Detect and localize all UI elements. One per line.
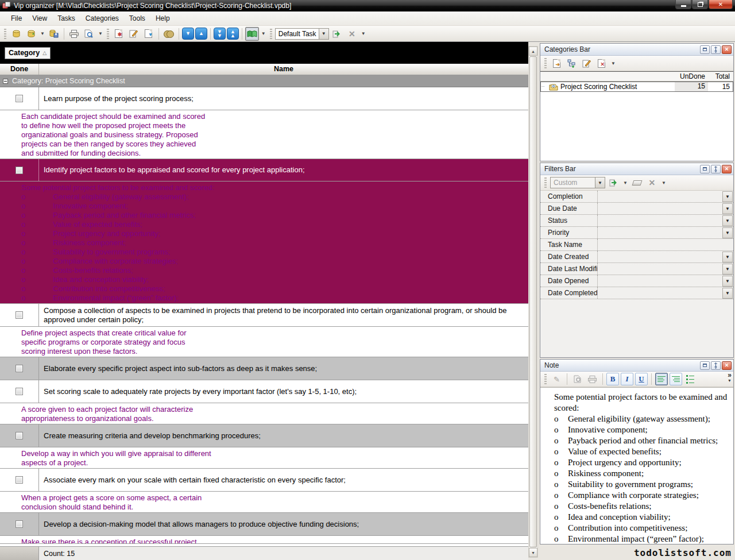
menu-view[interactable]: View xyxy=(27,12,52,25)
filter-value[interactable] xyxy=(598,203,722,214)
filter-dropdown-button[interactable]: ▼ xyxy=(722,203,733,214)
category-group-row[interactable]: Category: Project Scoring Checklist xyxy=(0,75,528,87)
grid-vertical-scrollbar[interactable]: ▲ ▼ xyxy=(528,46,538,558)
task-row[interactable]: Develop a decision-making model that all… xyxy=(0,513,528,536)
categories-restore-button[interactable] xyxy=(700,45,710,54)
filter-dropdown-button[interactable]: ▼ xyxy=(722,227,733,238)
filters-pin-button[interactable] xyxy=(711,165,721,173)
filter-value[interactable] xyxy=(598,215,722,226)
task-row[interactable]: Associate every mark on your scale with … xyxy=(0,469,528,492)
save-database-button[interactable] xyxy=(47,27,61,41)
task-row[interactable]: Learn purpose of the project scoring pro… xyxy=(0,87,528,110)
close-button[interactable]: ✕ xyxy=(709,0,733,9)
note-row[interactable]: When a project gets a score on some aspe… xyxy=(0,492,528,513)
note-row[interactable]: A score given to each project factor wil… xyxy=(0,403,528,424)
new-subcategory-button[interactable] xyxy=(565,57,578,69)
task-checkbox[interactable] xyxy=(16,95,23,102)
delete-category-button[interactable]: ✕ xyxy=(595,57,608,69)
print-button[interactable] xyxy=(67,27,81,41)
move-top-button[interactable]: ▲▲ xyxy=(227,28,239,40)
align-right-button[interactable] xyxy=(670,373,682,385)
task-row[interactable]: Set scoring scale to adequately rate pro… xyxy=(0,380,528,403)
scroll-thumb[interactable] xyxy=(529,56,537,547)
filter-dropdown-button[interactable]: ▼ xyxy=(722,215,733,226)
align-left-button[interactable] xyxy=(655,373,668,385)
task-row[interactable]: Elaborate every specific project aspect … xyxy=(0,357,528,380)
note-restore-button[interactable] xyxy=(700,361,710,370)
notes-view-dropdown[interactable]: ▼ xyxy=(260,31,267,36)
filter-value[interactable] xyxy=(598,287,722,299)
move-up-button[interactable]: ▲ xyxy=(195,28,207,40)
filter-value[interactable] xyxy=(598,263,722,275)
column-header-name[interactable]: Name xyxy=(39,64,528,75)
filter-dropdown-button[interactable]: ▼ xyxy=(722,276,733,287)
task-checkbox[interactable] xyxy=(16,476,23,484)
delete-template-button[interactable]: ✕ xyxy=(345,27,359,41)
move-down-button[interactable]: ▼ xyxy=(182,28,194,40)
filter-value[interactable] xyxy=(598,275,722,287)
new-task-button[interactable]: ✱ xyxy=(112,27,126,41)
menu-file[interactable]: File xyxy=(6,12,27,25)
print-group-overflow[interactable]: ▼ xyxy=(97,31,104,36)
task-row-selected[interactable]: Identify project factors to be appraised… xyxy=(0,159,528,181)
categories-close-button[interactable]: ✕ xyxy=(722,45,732,54)
menu-categories[interactable]: Categories xyxy=(80,12,124,25)
note-row[interactable]: Each candidate project should be examine… xyxy=(0,110,528,159)
group-by-category-button[interactable]: Category △ xyxy=(5,47,51,59)
collapse-icon[interactable] xyxy=(3,79,8,84)
column-header-undone[interactable]: UnDone xyxy=(675,72,708,80)
open-database-button[interactable] xyxy=(24,27,38,41)
bullet-list-button[interactable] xyxy=(684,373,697,385)
delete-filter-button[interactable]: ✕ xyxy=(645,176,659,189)
filter-preset-dropdown[interactable]: ▼ xyxy=(595,177,605,188)
delete-task-button[interactable]: ▾ xyxy=(142,27,156,41)
apply-template-button[interactable] xyxy=(330,27,344,41)
note-editor[interactable]: Some potential project factors to be exa… xyxy=(540,387,733,544)
category-row[interactable]: ┈ Project Scoring Checklist 15 15 xyxy=(540,82,733,92)
task-checkbox[interactable] xyxy=(16,365,23,372)
task-type-dropdown[interactable]: ▼ xyxy=(319,29,328,39)
edit-task-button[interactable] xyxy=(127,27,141,41)
column-header-total[interactable]: Total xyxy=(708,72,733,80)
column-header-done[interactable]: Done xyxy=(0,64,39,75)
menu-help[interactable]: Help xyxy=(150,12,175,25)
filters-close-button[interactable]: ✕ xyxy=(722,165,732,173)
note-pin-button[interactable] xyxy=(711,361,721,370)
filter-dropdown-button[interactable]: ▼ xyxy=(722,264,733,275)
print-preview-button[interactable] xyxy=(82,27,96,41)
open-database-dropdown[interactable]: ▼ xyxy=(39,31,46,36)
apply-filter-button[interactable] xyxy=(607,176,620,189)
menu-tasks[interactable]: Tasks xyxy=(52,12,80,25)
filter-value[interactable] xyxy=(598,239,733,250)
note-preview-button[interactable] xyxy=(571,373,584,385)
task-checkbox[interactable] xyxy=(16,311,23,319)
apply-filter-dropdown[interactable]: ▼ xyxy=(622,180,629,186)
clear-filter-button[interactable] xyxy=(630,176,644,189)
scroll-down-button[interactable]: ▼ xyxy=(529,548,537,557)
move-bottom-button[interactable]: ▼▼ xyxy=(214,28,226,40)
bold-button[interactable]: B xyxy=(606,373,619,385)
note-toolbar-overflow[interactable]: »▼ xyxy=(728,373,732,383)
edit-category-button[interactable] xyxy=(580,57,593,69)
task-row[interactable]: Compose a collection of aspects to be ex… xyxy=(0,304,528,327)
italic-button[interactable]: I xyxy=(621,373,633,385)
minimize-button[interactable] xyxy=(675,0,691,9)
filter-dropdown-button[interactable]: ▼ xyxy=(722,252,733,262)
task-type-combo[interactable]: Default Task ▼ xyxy=(275,28,329,40)
note-print-button[interactable] xyxy=(586,373,599,385)
filter-value[interactable] xyxy=(598,227,722,238)
task-checkbox[interactable] xyxy=(16,520,23,528)
scroll-up-button[interactable]: ▲ xyxy=(529,47,537,56)
task-checkbox[interactable] xyxy=(16,432,23,439)
note-close-button[interactable]: ✕ xyxy=(722,361,732,370)
task-checkbox[interactable] xyxy=(16,388,23,395)
note-row[interactable]: Develop a way in which you will give app… xyxy=(0,447,528,469)
menu-tools[interactable]: Tools xyxy=(124,12,150,25)
new-database-button[interactable] xyxy=(9,27,23,41)
filter-preset-combo[interactable]: Custom ▼ xyxy=(550,177,605,188)
filters-toolbar-overflow[interactable]: ▼ xyxy=(660,180,667,186)
categories-pin-button[interactable] xyxy=(711,45,721,54)
find-button[interactable] xyxy=(162,27,176,41)
categories-toolbar-overflow[interactable]: ▼ xyxy=(610,61,617,66)
task-checkbox[interactable] xyxy=(16,167,23,174)
